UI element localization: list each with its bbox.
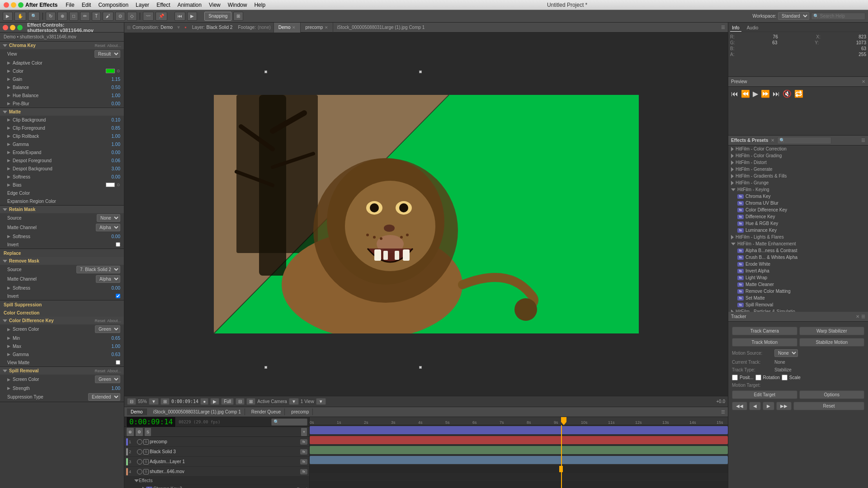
menu-effect[interactable]: Effect: [154, 1, 173, 9]
viewer-camera[interactable]: Active Camera: [257, 399, 287, 404]
effect-light-wrap[interactable]: fx Light Wrap: [728, 274, 868, 281]
matte-header[interactable]: Matte: [0, 108, 124, 116]
timeline-tab-render[interactable]: Render Queue: [248, 408, 285, 415]
menu-animation[interactable]: Animation: [175, 1, 204, 9]
cat-generate[interactable]: HitFilm - Generate: [728, 166, 868, 173]
preview-loop[interactable]: 🔁: [794, 89, 803, 98]
workspace-select[interactable]: Standard: [778, 12, 809, 20]
position-checkbox[interactable]: [732, 375, 738, 380]
tool-shape[interactable]: □: [69, 12, 78, 21]
spill-removal-reset[interactable]: Reset: [94, 369, 105, 373]
viewer-zoom-btn[interactable]: ▼: [149, 398, 159, 405]
chroma-key-about[interactable]: About...: [107, 43, 121, 48]
info-tab-audio[interactable]: Audio: [745, 24, 760, 32]
effect-chroma-key[interactable]: fx Chroma Key: [728, 193, 868, 200]
viewer-region-btn[interactable]: ⊟: [127, 398, 136, 405]
tool-play[interactable]: ▶: [187, 12, 197, 21]
pre-blur-value[interactable]: 0.00: [102, 101, 120, 106]
cat-color-correction[interactable]: HitFilm - Color Correction: [728, 145, 868, 152]
ec-zoom[interactable]: [17, 25, 23, 30]
tool-anchor[interactable]: ⊕: [57, 12, 67, 21]
sr-screen-color-select[interactable]: Green: [95, 375, 120, 383]
retain-softness-value[interactable]: 0.00: [102, 234, 120, 239]
clip-2[interactable]: [310, 436, 728, 444]
effect-hue-rgb-key[interactable]: fx Hue & RGB Key: [728, 220, 868, 227]
preview-close[interactable]: ✕: [862, 79, 865, 84]
layer-2-solo[interactable]: S: [143, 449, 149, 455]
retain-mask-header[interactable]: Retain Mask: [0, 206, 124, 213]
matte-softness-value[interactable]: 0.00: [102, 174, 120, 179]
tool-text[interactable]: T: [92, 12, 101, 21]
effect-remove-color-matting[interactable]: fx Remove Color Matting: [728, 288, 868, 295]
global-search[interactable]: [811, 13, 865, 20]
layer-3-solo[interactable]: S: [143, 459, 149, 465]
menu-view[interactable]: View: [206, 1, 223, 9]
layer-row-3[interactable]: 3 S Adjustm...Layer 1 fx: [124, 457, 309, 467]
layer-row-2[interactable]: 2 S Black Solid 3 fx: [124, 447, 309, 457]
ec-close[interactable]: [3, 25, 8, 30]
layer-row-1[interactable]: 1 S precomp fx: [124, 437, 309, 447]
clip-rollback-value[interactable]: 1.00: [102, 134, 120, 139]
viewer-preview[interactable]: ▶: [210, 398, 219, 405]
cdk-header[interactable]: Color Difference Key Reset About...: [0, 317, 124, 324]
erode-value[interactable]: 0.00: [102, 150, 120, 155]
retain-matte-channel-select[interactable]: Alpha: [96, 224, 120, 231]
tool-stamp[interactable]: ⊙: [115, 12, 125, 21]
window-zoom[interactable]: [18, 2, 24, 8]
analyze-frame-backward-btn[interactable]: ◀: [749, 402, 761, 410]
tool-prev-frame[interactable]: ⏮: [175, 12, 185, 21]
chromakey-reset[interactable]: Reset: [297, 487, 307, 488]
handle-tr[interactable]: [419, 70, 422, 73]
matte-gamma-value[interactable]: 1.00: [102, 142, 120, 147]
cat-color-grading[interactable]: HitFilm - Color Grading: [728, 152, 868, 159]
tool-pin[interactable]: 📌: [156, 12, 167, 21]
tool-select[interactable]: ▶: [3, 12, 13, 21]
remove-softness-value[interactable]: 0.00: [102, 286, 120, 291]
balance-value[interactable]: 0.50: [102, 85, 120, 90]
effect-set-matte[interactable]: fx Set Matte: [728, 295, 868, 301]
analyze-frame-forward-btn[interactable]: ▶: [763, 402, 774, 410]
analyze-forward-btn[interactable]: ▶▶: [776, 402, 792, 410]
effect-chroma-uv-blur[interactable]: fx Chroma UV Blur: [728, 200, 868, 206]
viewer-timecode[interactable]: 0:00:09:14: [171, 399, 198, 404]
bias-swatch[interactable]: [106, 183, 115, 187]
layer-search[interactable]: [271, 418, 307, 426]
preview-play[interactable]: ▶: [753, 89, 758, 98]
handle-br[interactable]: [419, 366, 422, 369]
color-swatch[interactable]: [106, 69, 115, 73]
layer-1-switch[interactable]: fx: [300, 439, 307, 445]
window-close[interactable]: [4, 2, 9, 8]
snapping-toggle[interactable]: Snapping: [204, 12, 231, 21]
effect-matte-cleaner[interactable]: fx Matte Cleaner: [728, 281, 868, 288]
effect-invert-alpha[interactable]: fx Invert Alpha: [728, 267, 868, 274]
sr-suppression-select[interactable]: Extended: [88, 393, 120, 401]
tab-demo[interactable]: Demo ✕: [274, 23, 301, 33]
despot-bg-value[interactable]: 3.00: [102, 166, 120, 171]
effect-erode-white[interactable]: fx Erode White: [728, 261, 868, 267]
tab-precomp[interactable]: precomp ✕: [301, 23, 333, 33]
playhead-marker[interactable]: [561, 417, 566, 425]
effect-color-difference-key[interactable]: fx Color Difference Key: [728, 206, 868, 213]
cat-grunge[interactable]: HitFilm - Grunge: [728, 179, 868, 186]
tool-hand[interactable]: ✋: [14, 12, 26, 21]
window-minimize[interactable]: [11, 2, 16, 8]
cdk-view-matte-checkbox[interactable]: [116, 360, 120, 365]
layer-2-switch[interactable]: fx: [300, 449, 307, 455]
cat-matte-enhancement[interactable]: HitFilm - Matte Enhancement: [728, 240, 868, 247]
layer-3-switch[interactable]: fx: [300, 459, 307, 465]
menu-help[interactable]: Help: [251, 1, 268, 9]
effects-search-input[interactable]: [777, 137, 831, 144]
clip-fg-value[interactable]: 0.85: [102, 126, 120, 131]
timeline-tab-istock[interactable]: iStock_000005088031Large (1).jpg Comp 1: [150, 408, 245, 415]
chroma-key-header[interactable]: Chroma Key Reset About...: [0, 42, 124, 49]
comp-record[interactable]: ●: [184, 25, 187, 29]
layer-4-fx[interactable]: fx: [300, 469, 307, 474]
gain-value[interactable]: 1.15: [102, 77, 120, 82]
retain-invert-checkbox[interactable]: [116, 242, 120, 247]
layer-2-vis[interactable]: [137, 449, 142, 455]
scale-checkbox[interactable]: [782, 375, 788, 380]
sr-strength-value[interactable]: 1.00: [102, 386, 120, 391]
remove-matte-channel-select[interactable]: Alpha: [96, 275, 120, 283]
viewer-fast-preview[interactable]: ⊠: [246, 398, 255, 405]
layer-1-vis[interactable]: [137, 439, 142, 445]
